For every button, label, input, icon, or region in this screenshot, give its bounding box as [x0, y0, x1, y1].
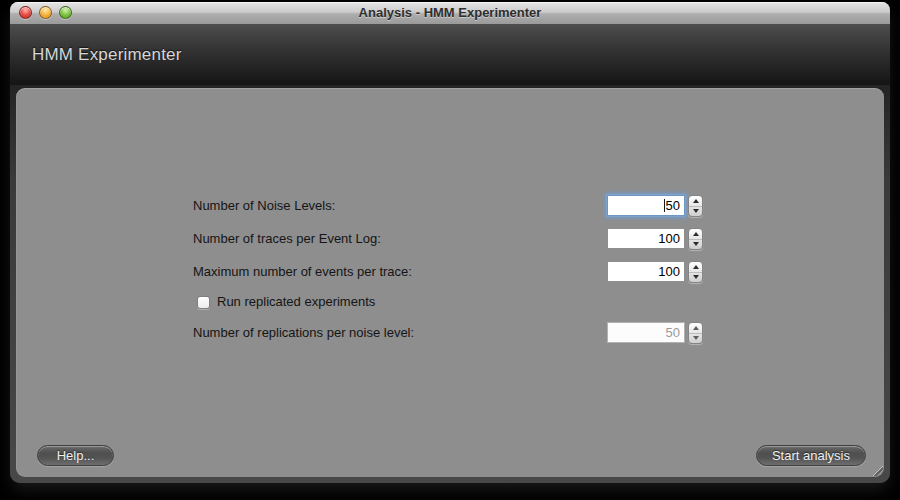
- traces-field: 100: [607, 228, 703, 250]
- max-events-value: 100: [658, 264, 680, 279]
- max-events-spinner[interactable]: [688, 261, 703, 283]
- up-arrow-icon: [693, 232, 699, 236]
- app-window: Analysis - HMM Experimenter HMM Experime…: [10, 2, 890, 483]
- up-arrow-icon: [693, 326, 699, 330]
- down-arrow-icon: [693, 336, 699, 340]
- spinner-down-button[interactable]: [689, 207, 702, 217]
- replicated-experiments-row: Run replicated experiments: [197, 294, 375, 310]
- replications-field: 50: [607, 322, 703, 344]
- form-row-traces: Number of traces per Event Log: 100: [16, 228, 884, 250]
- noise-levels-spinner[interactable]: [688, 195, 703, 217]
- replications-spinner: [688, 322, 703, 344]
- noise-levels-label: Number of Noise Levels:: [193, 195, 335, 217]
- spinner-down-button: [689, 334, 702, 344]
- up-arrow-icon: [693, 265, 699, 269]
- replications-value: 50: [666, 325, 680, 340]
- spinner-down-button[interactable]: [689, 273, 702, 283]
- replications-input: 50: [607, 322, 685, 343]
- noise-levels-value: 50: [666, 198, 680, 213]
- max-events-input[interactable]: 100: [607, 261, 685, 282]
- replicated-experiments-label[interactable]: Run replicated experiments: [217, 294, 375, 310]
- spinner-up-button[interactable]: [689, 196, 702, 207]
- help-button[interactable]: Help...: [37, 445, 114, 466]
- traces-label: Number of traces per Event Log:: [193, 228, 381, 250]
- down-arrow-icon: [693, 275, 699, 279]
- start-analysis-button[interactable]: Start analysis: [756, 445, 866, 466]
- app-header: HMM Experimenter: [10, 24, 890, 85]
- traces-value: 100: [658, 231, 680, 246]
- text-caret: [664, 199, 665, 212]
- spinner-up-button[interactable]: [689, 229, 702, 240]
- window-title: Analysis - HMM Experimenter: [10, 2, 890, 24]
- max-events-field: 100: [607, 261, 703, 283]
- content-panel: Number of Noise Levels: 50 Number of tra…: [16, 88, 884, 477]
- form-row-max-events: Maximum number of events per trace: 100: [16, 261, 884, 283]
- replications-label: Number of replications per noise level:: [193, 322, 414, 344]
- spinner-down-button[interactable]: [689, 240, 702, 250]
- replicated-experiments-checkbox[interactable]: [197, 296, 210, 309]
- content-frame: Number of Noise Levels: 50 Number of tra…: [10, 85, 890, 483]
- resize-grip[interactable]: [870, 463, 883, 476]
- spinner-up-button: [689, 323, 702, 334]
- traces-input[interactable]: 100: [607, 228, 685, 249]
- spinner-up-button[interactable]: [689, 262, 702, 273]
- up-arrow-icon: [693, 199, 699, 203]
- form-row-replications: Number of replications per noise level: …: [16, 322, 884, 344]
- down-arrow-icon: [693, 209, 699, 213]
- page-title: HMM Experimenter: [32, 45, 182, 65]
- max-events-label: Maximum number of events per trace:: [193, 261, 412, 283]
- traces-spinner[interactable]: [688, 228, 703, 250]
- noise-levels-input[interactable]: 50: [607, 195, 685, 216]
- down-arrow-icon: [693, 242, 699, 246]
- noise-levels-field: 50: [607, 195, 703, 217]
- form-row-noise-levels: Number of Noise Levels: 50: [16, 195, 884, 217]
- title-bar[interactable]: Analysis - HMM Experimenter: [10, 2, 890, 24]
